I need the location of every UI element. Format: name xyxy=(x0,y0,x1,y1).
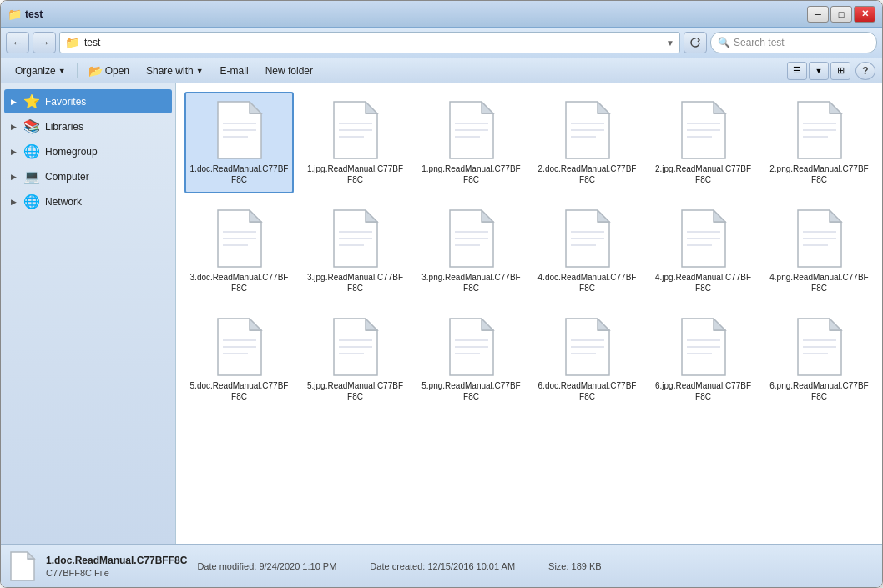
file-item[interactable]: 5.jpg.ReadManual.C77BFF8C xyxy=(300,309,410,410)
file-item[interactable]: 5.doc.ReadManual.C77BFF8C xyxy=(184,309,294,410)
file-name: 2.doc.ReadManual.C77BFF8C xyxy=(537,163,637,185)
sidebar-icon-computer: 💻 xyxy=(23,168,40,184)
sidebar-label-computer: Computer xyxy=(45,171,89,183)
address-bar: ← → 📁 test ▼ 🔍 xyxy=(1,28,882,58)
file-icon xyxy=(447,209,497,269)
new-folder-button[interactable]: New folder xyxy=(258,62,320,80)
search-input[interactable] xyxy=(734,37,870,48)
organize-button[interactable]: Organize ▼ xyxy=(8,62,73,80)
file-icon xyxy=(214,209,265,269)
file-icon xyxy=(563,317,613,377)
file-icon xyxy=(795,100,845,160)
address-dropdown-icon[interactable]: ▼ xyxy=(666,38,674,48)
address-path[interactable]: test xyxy=(84,37,661,48)
file-icon xyxy=(679,317,729,377)
open-button[interactable]: 📂 Open xyxy=(81,62,137,80)
share-arrow-icon: ▼ xyxy=(196,67,204,75)
cmd-divider-1 xyxy=(77,63,78,78)
sidebar-item-network[interactable]: ▶ 🌐 Network xyxy=(4,189,172,214)
status-file-icon xyxy=(9,550,36,582)
date-modified-value: 9/24/2020 1:10 PM xyxy=(259,561,336,571)
file-name: 1.doc.ReadManual.C77BFF8C xyxy=(189,163,289,185)
file-icon xyxy=(447,100,497,160)
sidebar-icon-homegroup: 🌐 xyxy=(23,143,40,159)
file-item[interactable]: 1.png.ReadManual.C77BFF8C xyxy=(416,92,526,193)
status-filename: 1.doc.ReadManual.C77BFF8C xyxy=(46,555,187,566)
sidebar: ▶ ⭐ Favorites ▶ 📚 Libraries ▶ 🌐 Homegrou… xyxy=(1,83,176,544)
folder-icon: 📁 xyxy=(8,8,22,21)
file-icon xyxy=(447,317,497,377)
status-size: Size: 189 KB xyxy=(548,561,602,571)
sidebar-label-homegroup: Homegroup xyxy=(45,146,98,158)
file-area[interactable]: 1.doc.ReadManual.C77BFF8C 1.jpg.ReadManu… xyxy=(176,83,882,544)
command-bar: Organize ▼ 📂 Open Share with ▼ E-mail Ne… xyxy=(1,58,882,83)
file-icon xyxy=(679,209,729,269)
open-label: Open xyxy=(105,65,129,77)
size-label: Size: xyxy=(548,561,568,571)
file-item[interactable]: 2.png.ReadManual.C77BFF8C xyxy=(764,92,874,193)
file-name: 5.doc.ReadManual.C77BFF8C xyxy=(189,380,289,402)
sidebar-item-homegroup[interactable]: ▶ 🌐 Homegroup xyxy=(4,139,172,163)
file-item[interactable]: 3.jpg.ReadManual.C77BFF8C xyxy=(300,200,410,302)
sidebar-label-network: Network xyxy=(45,196,82,208)
sidebar-item-libraries[interactable]: ▶ 📚 Libraries xyxy=(4,114,172,138)
refresh-icon xyxy=(689,37,701,48)
expand-arrow-icon: ▶ xyxy=(11,148,17,156)
back-button[interactable]: ← xyxy=(6,32,29,53)
sidebar-item-computer[interactable]: ▶ 💻 Computer xyxy=(4,164,172,188)
file-item[interactable]: 2.jpg.ReadManual.C77BFF8C xyxy=(648,92,758,193)
file-name: 1.jpg.ReadManual.C77BFF8C xyxy=(305,163,405,185)
minimize-button[interactable]: ─ xyxy=(807,6,829,23)
size-value: 189 KB xyxy=(572,561,602,571)
toolbar-area: ← → 📁 test ▼ 🔍 xyxy=(1,28,882,58)
window-title: test xyxy=(22,8,807,20)
file-icon xyxy=(679,100,729,160)
explorer-window: 📁 test ─ □ ✕ ← → 📁 test ▼ 🔍 xyxy=(0,0,883,588)
file-item[interactable]: 3.doc.ReadManual.C77BFF8C xyxy=(184,200,294,302)
help-button[interactable]: ? xyxy=(855,62,875,80)
view-toggle-button[interactable]: ☰ xyxy=(787,62,807,80)
file-name: 6.jpg.ReadManual.C77BFF8C xyxy=(653,380,753,402)
address-input-wrap: 📁 test ▼ xyxy=(59,32,680,53)
file-item[interactable]: 1.jpg.ReadManual.C77BFF8C xyxy=(300,92,410,193)
file-item[interactable]: 4.doc.ReadManual.C77BFF8C xyxy=(532,200,642,302)
file-name: 5.png.ReadManual.C77BFF8C xyxy=(421,380,521,402)
file-item[interactable]: 1.doc.ReadManual.C77BFF8C xyxy=(184,92,294,193)
expand-arrow-icon: ▶ xyxy=(11,123,17,131)
file-icon xyxy=(214,317,265,377)
file-item[interactable]: 3.png.ReadManual.C77BFF8C xyxy=(416,200,526,302)
sidebar-icon-network: 🌐 xyxy=(23,193,40,209)
open-folder-icon: 📂 xyxy=(88,64,103,78)
status-type: C77BFF8C File xyxy=(46,568,187,578)
main-area: ▶ ⭐ Favorites ▶ 📚 Libraries ▶ 🌐 Homegrou… xyxy=(1,83,882,544)
share-with-button[interactable]: Share with ▼ xyxy=(139,62,211,80)
maximize-button[interactable]: □ xyxy=(830,6,852,23)
expand-arrow-icon: ▶ xyxy=(11,198,17,206)
email-button[interactable]: E-mail xyxy=(213,62,256,80)
file-name: 3.doc.ReadManual.C77BFF8C xyxy=(189,272,289,294)
file-icon xyxy=(330,100,381,160)
file-icon xyxy=(795,317,845,377)
share-with-label: Share with xyxy=(146,65,194,77)
view-buttons: ☰ ▼ ⊞ ? xyxy=(787,62,875,80)
file-item[interactable]: 6.jpg.ReadManual.C77BFF8C xyxy=(648,309,758,410)
file-item[interactable]: 4.jpg.ReadManual.C77BFF8C xyxy=(648,200,758,302)
file-item[interactable]: 6.doc.ReadManual.C77BFF8C xyxy=(532,309,642,410)
layout-button[interactable]: ⊞ xyxy=(830,62,850,80)
file-item[interactable]: 2.doc.ReadManual.C77BFF8C xyxy=(532,92,642,193)
sidebar-item-favorites[interactable]: ▶ ⭐ Favorites xyxy=(4,89,172,113)
search-box: 🔍 xyxy=(710,32,877,53)
close-button[interactable]: ✕ xyxy=(854,6,875,23)
file-name: 4.jpg.ReadManual.C77BFF8C xyxy=(653,272,753,294)
file-item[interactable]: 6.png.ReadManual.C77BFF8C xyxy=(764,309,874,410)
file-icon xyxy=(563,209,613,269)
forward-button[interactable]: → xyxy=(33,32,56,53)
refresh-button[interactable] xyxy=(684,32,707,53)
file-item[interactable]: 4.png.ReadManual.C77BFF8C xyxy=(764,200,874,302)
expand-arrow-icon: ▶ xyxy=(11,98,17,106)
file-name: 6.png.ReadManual.C77BFF8C xyxy=(769,380,869,402)
view-dropdown-button[interactable]: ▼ xyxy=(809,62,829,80)
status-bar: 1.doc.ReadManual.C77BFF8C C77BFF8C File … xyxy=(1,544,882,587)
file-item[interactable]: 5.png.ReadManual.C77BFF8C xyxy=(416,309,526,410)
status-date-modified: Date modified: 9/24/2020 1:10 PM xyxy=(197,561,336,571)
